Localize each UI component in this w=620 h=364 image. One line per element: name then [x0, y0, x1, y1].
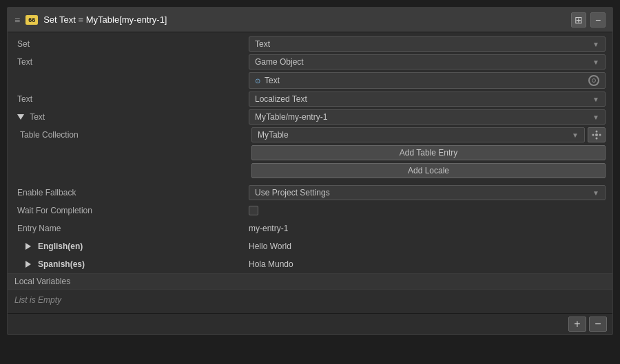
- entry-name-value: my-entry-1: [249, 224, 288, 233]
- entry-name-label: Entry Name: [14, 224, 249, 233]
- table-collection-row: Table Collection MyTable ▼: [8, 126, 612, 144]
- svg-point-0: [595, 133, 598, 136]
- settings-icon: [592, 130, 601, 140]
- enable-fallback-label: Enable Fallback: [14, 188, 249, 197]
- text-localized-arrow: ▼: [592, 96, 599, 103]
- set-row: Set Text ▼: [8, 35, 612, 53]
- text-gameobject-dropdown[interactable]: Game Object ▼: [249, 54, 606, 69]
- header-right: ⊞ −: [571, 12, 606, 28]
- text-entry-dropdown[interactable]: MyTable/my-entry-1 ▼: [249, 109, 606, 125]
- panel-footer: + −: [8, 313, 612, 334]
- text-gameobject-label: Text: [14, 57, 249, 67]
- wait-completion-row: Wait For Completion: [8, 202, 612, 220]
- object-icon: ⊙: [255, 77, 260, 85]
- panel-header: ≡ 66 Set Text = MyTable[my-entry-1] ⊞ −: [8, 8, 612, 32]
- table-collection-value-col: MyTable ▼: [251, 127, 606, 142]
- local-variables-header: Local Variables: [8, 273, 612, 290]
- wait-completion-label: Wait For Completion: [14, 206, 249, 215]
- header-left: ≡ 66 Set Text = MyTable[my-entry-1]: [14, 14, 167, 25]
- entry-name-row: Entry Name my-entry-1: [8, 220, 612, 237]
- empty-list-text: List is Empty: [14, 295, 61, 305]
- text-object-value-col: ⊙ Text: [249, 72, 606, 89]
- text-entry-label: Text: [14, 112, 249, 122]
- english-row: English(en) Hello World: [8, 237, 612, 255]
- spanish-label: Spanish(es): [38, 259, 85, 269]
- add-locale-value-col: Add Locale: [251, 163, 606, 178]
- text-object-row: ⊙ Text: [8, 71, 612, 90]
- svg-point-2: [596, 138, 598, 140]
- collapse-button[interactable]: −: [590, 12, 606, 28]
- text-localized-label: Text: [14, 94, 249, 104]
- add-component-button[interactable]: ⊞: [571, 12, 586, 28]
- svg-point-1: [596, 131, 598, 133]
- remove-variable-button[interactable]: −: [589, 317, 607, 332]
- text-localized-row: Text Localized Text ▼: [8, 90, 612, 108]
- table-collection-dropdown[interactable]: MyTable ▼: [251, 127, 585, 142]
- text-object-value: Text: [265, 76, 280, 85]
- spanish-value: Hola Mundo: [249, 259, 293, 269]
- panel-body: Set Text ▼ Text Game Object ▼: [8, 32, 612, 313]
- svg-point-3: [592, 134, 595, 136]
- main-panel: ≡ 66 Set Text = MyTable[my-entry-1] ⊞ − …: [7, 7, 613, 335]
- svg-point-4: [599, 134, 601, 136]
- english-triangle-icon[interactable]: [25, 243, 31, 250]
- english-label: English(en): [38, 242, 83, 251]
- table-collection-arrow: ▼: [572, 131, 579, 139]
- text-object-field[interactable]: ⊙ Text: [249, 72, 606, 89]
- add-locale-row: Add Locale: [8, 162, 612, 180]
- panel-title: Set Text = MyTable[my-entry-1]: [43, 14, 167, 25]
- target-inner: [592, 78, 596, 83]
- text-localized-dropdown[interactable]: Localized Text ▼: [249, 92, 606, 107]
- text-entry-value: MyTable/my-entry-1: [255, 112, 327, 122]
- set-dropdown-arrow: ▼: [592, 41, 599, 48]
- title-icon: 66: [25, 15, 38, 25]
- add-variable-button[interactable]: +: [568, 317, 586, 332]
- set-dropdown-value: Text: [255, 39, 270, 49]
- add-locale-button[interactable]: Add Locale: [251, 163, 606, 178]
- text-entry-arrow: ▼: [592, 114, 599, 121]
- text-entry-label-text: Text: [30, 112, 45, 122]
- spanish-value-col: Hola Mundo: [249, 259, 606, 269]
- table-collection-inner: MyTable ▼: [251, 127, 606, 142]
- text-entry-value-col: MyTable/my-entry-1 ▼: [249, 109, 606, 125]
- text-gameobject-arrow: ▼: [592, 58, 599, 66]
- enable-fallback-row: Enable Fallback Use Project Settings ▼: [8, 184, 612, 202]
- empty-list: List is Empty: [8, 290, 612, 310]
- enable-fallback-value: Use Project Settings: [255, 188, 330, 197]
- add-table-entry-value-col: Add Table Entry: [251, 145, 606, 160]
- wait-completion-value-col: [249, 206, 606, 215]
- target-icon[interactable]: [588, 75, 599, 86]
- local-variables-label: Local Variables: [14, 277, 70, 286]
- text-gameobject-value: Game Object: [255, 57, 304, 67]
- triangle-open-icon[interactable]: [17, 114, 24, 120]
- entry-name-value-col: my-entry-1: [249, 224, 606, 233]
- text-localized-value: Localized Text: [255, 94, 307, 104]
- text-localized-value-col: Localized Text ▼: [249, 92, 606, 107]
- english-value: Hello World: [249, 242, 291, 251]
- add-table-entry-row: Add Table Entry: [8, 144, 612, 162]
- table-collection-value: MyTable: [258, 130, 289, 140]
- wait-completion-checkbox[interactable]: [249, 206, 258, 215]
- set-label: Set: [14, 39, 249, 49]
- text-entry-row: Text MyTable/my-entry-1 ▼: [8, 108, 612, 126]
- english-value-col: Hello World: [249, 242, 606, 251]
- enable-fallback-dropdown[interactable]: Use Project Settings ▼: [249, 185, 606, 200]
- spanish-row: Spanish(es) Hola Mundo: [8, 255, 612, 273]
- set-value-col: Text ▼: [249, 36, 606, 52]
- hamburger-icon[interactable]: ≡: [14, 14, 20, 25]
- add-table-entry-button[interactable]: Add Table Entry: [251, 145, 606, 160]
- table-collection-settings-button[interactable]: [588, 127, 606, 142]
- spanish-label-col: Spanish(es): [14, 259, 249, 269]
- spanish-triangle-icon[interactable]: [25, 261, 31, 268]
- text-gameobject-value-col: Game Object ▼: [249, 54, 606, 69]
- text-gameobject-row: Text Game Object ▼: [8, 53, 612, 71]
- enable-fallback-arrow: ▼: [592, 189, 599, 197]
- set-dropdown[interactable]: Text ▼: [249, 36, 606, 52]
- object-field-left: ⊙ Text: [255, 76, 280, 85]
- enable-fallback-value-col: Use Project Settings ▼: [249, 185, 606, 200]
- english-label-col: English(en): [14, 242, 249, 251]
- table-collection-label: Table Collection: [17, 130, 251, 140]
